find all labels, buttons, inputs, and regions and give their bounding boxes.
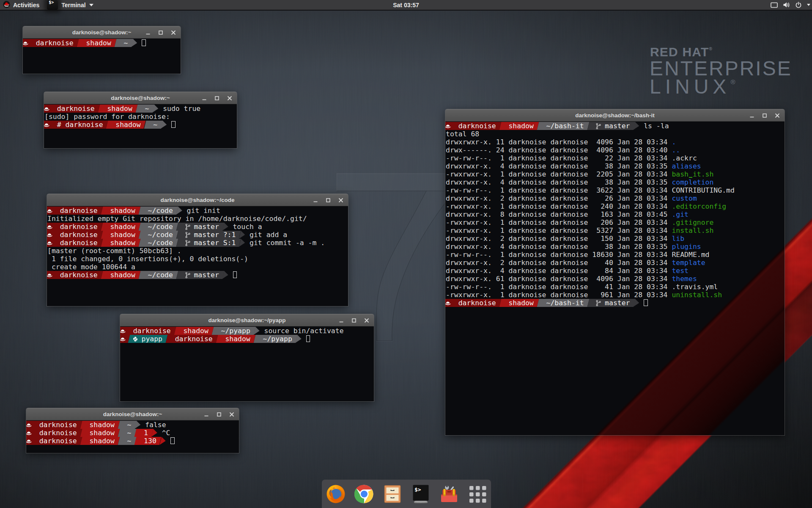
terminal-text: .ackrc bbox=[672, 154, 697, 162]
minimize-button[interactable] bbox=[200, 94, 208, 102]
terminal-cursor bbox=[306, 335, 310, 342]
terminal-text: .travis.yml bbox=[672, 283, 718, 291]
maximize-button[interactable] bbox=[213, 94, 221, 102]
minimize-button[interactable] bbox=[203, 411, 210, 418]
titlebar[interactable]: darknoise@shadow:~ bbox=[26, 408, 239, 420]
redhat-icon bbox=[47, 231, 52, 239]
terminal-prompt-line: darknoise shadow ~/code master touch a bbox=[47, 223, 348, 231]
terminal-prompt-line: darknoise shadow ~ bbox=[23, 39, 181, 47]
terminal-text: drwxrwxr-x. 4 darknoise darknoise 38 Jan… bbox=[446, 243, 672, 251]
terminal-text: drwxrwxr-x. 4 darknoise darknoise 38 Jan… bbox=[446, 178, 672, 186]
prompt-segment-code: 1 bbox=[135, 429, 152, 437]
redhat-icon bbox=[23, 39, 27, 47]
terminal-text: drwxrwxr-x. 61 darknoise darknoise 4096 … bbox=[446, 275, 672, 283]
terminal-text-line: -rw-rw-r--. 1 darknoise darknoise 3622 J… bbox=[446, 186, 785, 194]
prompt-segment-repo: master ?:1 bbox=[177, 231, 240, 239]
terminal-prompt-line: darknoise shadow ~/pyapp source bin/acti… bbox=[121, 327, 374, 335]
redhat-icon bbox=[27, 421, 31, 429]
prompt-segment-user: # darknoise bbox=[44, 121, 107, 129]
volume-icon[interactable] bbox=[783, 2, 790, 8]
system-menu-chevron-icon[interactable] bbox=[807, 4, 810, 6]
command-text: ^C bbox=[162, 429, 170, 437]
terminal-text: template bbox=[672, 259, 705, 267]
titlebar[interactable]: darknoise@shadow:~/pyapp bbox=[120, 314, 374, 326]
prompt-segment-code: 130 bbox=[135, 437, 160, 445]
terminal-text: .gitignore bbox=[672, 218, 713, 226]
screen-icon[interactable] bbox=[771, 2, 778, 8]
minimize-button[interactable] bbox=[144, 29, 152, 36]
prompt-segment-user: darknoise bbox=[27, 437, 81, 445]
close-button[interactable] bbox=[363, 317, 370, 324]
maximize-button[interactable] bbox=[215, 411, 223, 418]
prompt-segment-user: darknoise bbox=[47, 239, 102, 247]
terminal-cursor bbox=[142, 39, 146, 46]
maximize-button[interactable] bbox=[157, 29, 165, 36]
command-text: git init bbox=[187, 207, 220, 215]
minimize-button[interactable] bbox=[337, 317, 345, 324]
maximize-button[interactable] bbox=[324, 196, 332, 204]
terminal-prompt-line: pyapp darknoise shadow ~/pyapp bbox=[121, 335, 374, 343]
redhat-icon bbox=[27, 437, 31, 445]
terminal-content[interactable]: darknoise shadow ~ bbox=[23, 39, 181, 74]
prompt-segment-path: ~ bbox=[119, 437, 136, 445]
close-button[interactable] bbox=[337, 196, 345, 204]
terminal-text-line: -rwxrwxr-x. 1 darknoise darknoise 5327 J… bbox=[446, 226, 785, 235]
maximize-button[interactable] bbox=[350, 317, 358, 324]
terminal-text: aliases bbox=[672, 162, 701, 170]
titlebar[interactable]: darknoise@shadow:~/bash-it bbox=[445, 109, 785, 121]
titlebar[interactable]: darknoise@shadow:~ bbox=[23, 26, 181, 39]
minimize-button[interactable] bbox=[748, 112, 756, 119]
terminal-text-line: drwxrwxr-x. 2 darknoise darknoise 150 Ja… bbox=[446, 235, 785, 243]
dock-icon-files[interactable] bbox=[383, 484, 402, 504]
dock-icon-terminal[interactable]: $> bbox=[411, 484, 431, 504]
dock: $> bbox=[322, 480, 491, 508]
close-button[interactable] bbox=[170, 29, 177, 36]
terminal-text: -rwxrwxr-x. 1 darknoise darknoise 961 Ja… bbox=[446, 291, 672, 299]
terminal-prompt-line: darknoise shadow ~/code git init bbox=[47, 207, 348, 215]
terminal-text-line: drwxrwxr-x. 4 darknoise darknoise 84 Jan… bbox=[446, 267, 785, 275]
terminal-content[interactable]: darknoise shadow ~/pyapp source bin/acti… bbox=[120, 326, 374, 401]
close-button[interactable] bbox=[226, 94, 233, 102]
terminal-text: -rw-rw-r--. 1 darknoise darknoise 3622 J… bbox=[446, 186, 672, 194]
terminal-content[interactable]: darknoise shadow ~ sudo true[sudo] passw… bbox=[44, 104, 237, 148]
terminal-text: test bbox=[672, 267, 689, 275]
minimize-button[interactable] bbox=[312, 196, 319, 204]
terminal-text-line: drwxrwxr-x. 8 darknoise darknoise 163 Ja… bbox=[446, 210, 785, 218]
terminal-text-line: drwxrwxr-x. 2 darknoise darknoise 40 Jan… bbox=[446, 259, 785, 267]
dock-icon-toolbox[interactable] bbox=[439, 484, 459, 504]
terminal-cursor bbox=[644, 299, 648, 306]
terminal-text-line: drwxrwxr-x. 4 darknoise darknoise 38 Jan… bbox=[446, 178, 785, 186]
branch-icon bbox=[186, 239, 190, 247]
power-icon[interactable] bbox=[795, 2, 802, 8]
prompt-segment-path: ~/code bbox=[140, 207, 177, 215]
terminal-text: [master (root-commit) 50bcb63] . bbox=[47, 247, 181, 255]
terminal-cursor bbox=[233, 271, 237, 278]
terminal-text: bashit.sh bbox=[672, 170, 713, 178]
prompt-segment-host: shadow bbox=[78, 39, 115, 47]
dock-icon-chrome[interactable] bbox=[354, 484, 374, 504]
command-text: false bbox=[145, 421, 166, 429]
maximize-button[interactable] bbox=[761, 112, 768, 119]
terminal-text: drwx------. 24 darknoise darknoise 4096 … bbox=[446, 146, 672, 154]
terminal-prompt-line: darknoise shadow ~ 1 ^C bbox=[27, 429, 239, 437]
terminal-text-line: [master (root-commit) 50bcb63] . bbox=[47, 247, 348, 255]
terminal-text-line: drwxrwxr-x. 4 darknoise darknoise 38 Jan… bbox=[446, 243, 785, 251]
terminal-content[interactable]: darknoise shadow ~ false darknoise shado… bbox=[26, 420, 239, 453]
terminal-content[interactable]: darknoise shadow ~/code git initInitiali… bbox=[47, 206, 348, 306]
clock[interactable]: Sat 03:57 bbox=[0, 0, 812, 10]
window-title: darknoise@shadow:~/pyapp bbox=[208, 317, 285, 323]
terminal-text: plugins bbox=[672, 243, 701, 251]
terminal-text: -rwxrwxr-x. 1 darknoise darknoise 206 Ja… bbox=[446, 218, 672, 226]
close-button[interactable] bbox=[228, 411, 236, 418]
dock-icon-firefox[interactable] bbox=[326, 484, 346, 504]
prompt-segment-host: shadow bbox=[500, 122, 538, 130]
prompt-segment-host: shadow bbox=[107, 121, 145, 129]
terminal-content[interactable]: darknoise shadow ~/bash-it master ls -la… bbox=[445, 121, 785, 435]
terminal-text: Initialized empty Git repository in /hom… bbox=[47, 215, 307, 223]
close-button[interactable] bbox=[774, 112, 781, 119]
titlebar[interactable]: darknoise@shadow:~ bbox=[44, 92, 237, 104]
titlebar[interactable]: darknoise@shadow:~/code bbox=[47, 194, 348, 206]
prompt-segment-host: shadow bbox=[99, 105, 137, 113]
redhat-icon bbox=[27, 429, 31, 437]
dock-icon-app-grid[interactable] bbox=[468, 484, 487, 504]
